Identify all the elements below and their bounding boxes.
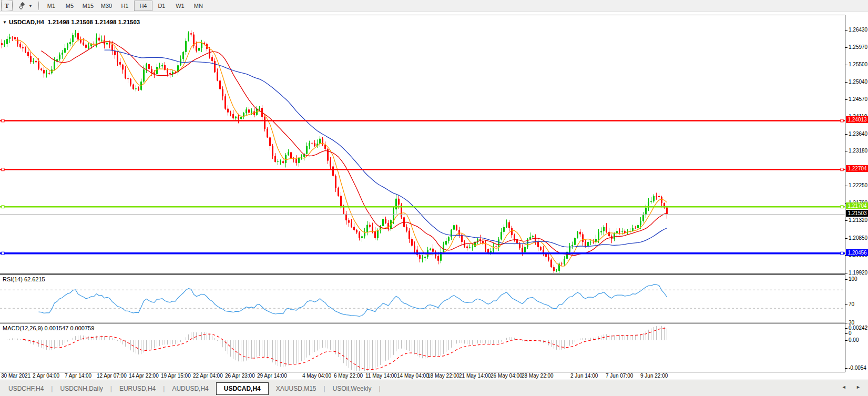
rsi-scale-label: 70 bbox=[849, 301, 854, 307]
price-tick-label: 1.26430 bbox=[849, 27, 867, 33]
price-tick-label: 1.22250 bbox=[849, 182, 867, 188]
current-price-badge: 1.21503 bbox=[846, 210, 868, 217]
price-tick bbox=[845, 99, 847, 100]
date-label: 19 Apr 15:00 bbox=[161, 373, 191, 379]
date-axis[interactable]: 30 Mar 20212 Apr 04:007 Apr 14:0012 Apr … bbox=[0, 372, 868, 380]
price-badge-1.22704: 1.22704 bbox=[846, 165, 868, 172]
chart-tab-AUDUSD,H4[interactable]: AUDUSD,H4 bbox=[166, 383, 215, 394]
rsi-scale-tick bbox=[845, 323, 847, 323]
collapse-triangle-icon[interactable]: ▼ bbox=[3, 20, 7, 25]
price-badge-1.20456: 1.20456 bbox=[846, 249, 868, 256]
timeframe-button-M1[interactable]: M1 bbox=[42, 1, 60, 11]
timeframe-button-H1[interactable]: H1 bbox=[116, 1, 134, 11]
chart-tab-USDCHF,H4[interactable]: USDCHF,H4 bbox=[2, 383, 50, 394]
rsi-scale-tick bbox=[845, 333, 847, 334]
horizontal-line-1.22704[interactable] bbox=[0, 168, 845, 171]
tab-separator: | bbox=[163, 385, 165, 392]
macd-panel[interactable]: MACD(12,26,9) 0.001547 0.000759 bbox=[0, 323, 845, 372]
tab-scroll-right-icon[interactable]: ► bbox=[856, 384, 865, 390]
tab-separator: | bbox=[323, 385, 325, 392]
rsi-panel[interactable]: RSI(14) 62.6215 bbox=[0, 275, 845, 322]
price-tick-label: 1.23180 bbox=[849, 148, 867, 154]
chart-tab-USDCNH,Daily[interactable]: USDCNH,Daily bbox=[54, 383, 109, 394]
timeframe-button-M30[interactable]: M30 bbox=[97, 1, 116, 11]
text-tool-button[interactable]: T bbox=[1, 1, 13, 11]
chart-tab-XAUUSD,M15[interactable]: XAUUSD,M15 bbox=[270, 383, 323, 394]
price-tick-label: 1.19920 bbox=[849, 270, 867, 276]
price-tick bbox=[845, 47, 847, 48]
date-label: 11 May 14:00 bbox=[365, 373, 397, 379]
price-tick-label: 1.23640 bbox=[849, 131, 867, 137]
tab-separator: | bbox=[51, 385, 53, 392]
date-label: 22 Apr 04:00 bbox=[193, 373, 223, 379]
rsi-scale-tick bbox=[845, 279, 847, 280]
price-badge-1.24013: 1.24013 bbox=[846, 116, 868, 123]
rsi-line bbox=[39, 285, 667, 316]
horizontal-line-1.20456[interactable] bbox=[0, 252, 845, 255]
price-axis[interactable]: 1.264301.259701.255001.250401.245701.241… bbox=[845, 15, 868, 372]
macd-scale-tick bbox=[845, 340, 847, 341]
tab-separator: | bbox=[379, 385, 380, 392]
chart-tab-USDCAD,H4[interactable]: USDCAD,H4 bbox=[216, 382, 269, 395]
toolbar: T ▼ M1M5M15M30H1H4D1W1MN bbox=[0, 0, 868, 12]
price-tick bbox=[845, 220, 847, 221]
macd-signal-line bbox=[23, 328, 667, 370]
price-tick-label: 1.25970 bbox=[849, 44, 867, 50]
price-tick bbox=[845, 134, 847, 135]
timeframe-button-W1[interactable]: W1 bbox=[171, 1, 189, 11]
date-label: 14 May 04:00 bbox=[397, 373, 429, 379]
tab-scroll-left-icon[interactable]: ◄ bbox=[842, 384, 851, 390]
date-label: 4 May 04:00 bbox=[302, 373, 331, 379]
candles[interactable] bbox=[1, 30, 668, 273]
rsi-scale-tick bbox=[845, 304, 847, 305]
price-tick-label: 1.20850 bbox=[849, 235, 867, 241]
timeframe-button-H4[interactable]: H4 bbox=[134, 1, 152, 11]
price-tick-label: 1.25500 bbox=[849, 62, 867, 67]
timeframe-buttons: M1M5M15M30H1H4D1W1MN bbox=[42, 1, 208, 11]
macd-scale-tick bbox=[845, 368, 847, 369]
macd-scale-label: 0.002429 bbox=[849, 325, 868, 331]
date-label: 18 May 22:00 bbox=[427, 373, 459, 379]
chevron-down-icon: ▼ bbox=[28, 4, 33, 8]
rsi-chart[interactable] bbox=[0, 275, 845, 322]
date-label: 9 Jun 22:00 bbox=[640, 373, 668, 379]
date-label: 26 Apr 23:00 bbox=[225, 373, 255, 379]
price-tick bbox=[845, 186, 847, 186]
ma-fast-line bbox=[15, 39, 667, 266]
date-label: 14 Apr 22:00 bbox=[129, 373, 159, 379]
objects-tool-button[interactable]: ▼ bbox=[17, 1, 34, 11]
macd-scale-tick bbox=[845, 328, 847, 329]
timeframe-button-M5[interactable]: M5 bbox=[60, 1, 79, 11]
chart-tab-EURUSD,H4[interactable]: EURUSD,H4 bbox=[113, 383, 162, 394]
date-label: 2 Apr 04:00 bbox=[33, 373, 59, 379]
horizontal-line-1.21704[interactable] bbox=[0, 206, 845, 208]
chart-title: ▼USDCAD,H4 1.21498 1.21508 1.21498 1.215… bbox=[3, 19, 140, 25]
date-label: 12 Apr 07:00 bbox=[97, 373, 127, 379]
main-chart-panel[interactable]: ▼USDCAD,H4 1.21498 1.21508 1.21498 1.215… bbox=[0, 15, 845, 273]
macd-scale-label: 0.00 bbox=[849, 337, 859, 343]
tab-separator: | bbox=[110, 385, 112, 392]
candlestick-chart[interactable] bbox=[0, 15, 845, 273]
date-label: 30 Mar 2021 bbox=[1, 373, 30, 379]
rsi-scale-label: 0 bbox=[849, 330, 852, 336]
price-tick-label: 1.21320 bbox=[849, 217, 867, 223]
macd-label: MACD(12,26,9) 0.001547 0.000759 bbox=[3, 325, 94, 331]
timeframe-button-D1[interactable]: D1 bbox=[152, 1, 171, 11]
price-tick bbox=[845, 65, 847, 65]
chart-symbol: USDCAD,H4 bbox=[9, 19, 44, 25]
rsi-label: RSI(14) 62.6215 bbox=[3, 276, 45, 282]
chart-tab-USOil,Weekly[interactable]: USOil,Weekly bbox=[326, 383, 378, 394]
date-label: 7 Jun 07:00 bbox=[606, 373, 633, 379]
macd-chart[interactable] bbox=[0, 323, 845, 372]
horizontal-line-1.24013[interactable] bbox=[0, 119, 845, 122]
timeframe-button-MN[interactable]: MN bbox=[189, 1, 208, 11]
macd-scale-label: -0.0054 bbox=[849, 365, 866, 371]
date-label: 7 Apr 14:00 bbox=[65, 373, 91, 379]
date-label: 26 May 04:00 bbox=[491, 373, 523, 379]
date-label: 28 May 22:00 bbox=[522, 373, 554, 379]
price-badge-1.21704: 1.21704 bbox=[846, 202, 868, 209]
mt4-window: { "toolbar": { "text_tool_label": "T", "… bbox=[0, 0, 868, 396]
price-tick bbox=[845, 30, 847, 31]
timeframe-button-M15[interactable]: M15 bbox=[79, 1, 97, 11]
macd-histogram bbox=[2, 326, 667, 371]
